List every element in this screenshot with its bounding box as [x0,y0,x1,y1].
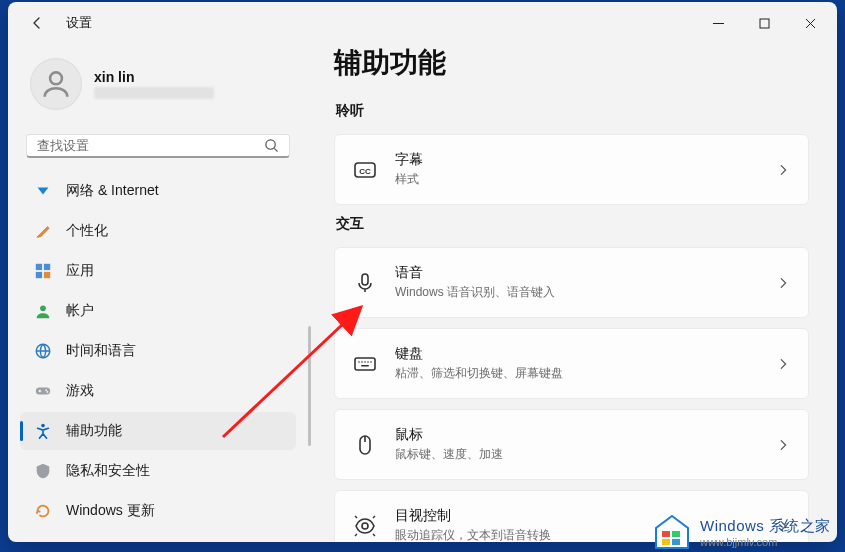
brush-icon [34,222,52,240]
card-title: 字幕 [395,151,758,169]
app-title: 设置 [66,14,92,32]
sidebar-item-time-language[interactable]: 时间和语言 [20,332,296,370]
sidebar-item-gaming[interactable]: 游戏 [20,372,296,410]
svg-rect-0 [760,19,769,28]
nav-list: 网络 & Internet 个性化 应用 帐户 时间和语言 [20,172,296,530]
svg-rect-5 [36,272,42,278]
svg-rect-6 [44,272,50,278]
sidebar-item-label: 时间和语言 [66,342,136,360]
sidebar-item-label: 网络 & Internet [66,182,159,200]
profile-email-blurred [94,87,214,99]
search-input[interactable]: 查找设置 [26,134,290,158]
sidebar-item-label: 个性化 [66,222,108,240]
profile-name: xin lin [94,69,214,85]
watermark-url: www.bjjmlv.com [700,536,777,548]
svg-rect-3 [36,264,42,270]
svg-rect-27 [672,531,680,537]
chevron-right-icon [776,438,790,452]
sidebar: xin lin 查找设置 网络 & Internet 个性化 [8,44,308,542]
svg-point-12 [41,424,45,428]
profile[interactable]: xin lin [20,44,296,128]
sidebar-item-accounts[interactable]: 帐户 [20,292,296,330]
accessibility-icon [34,422,52,440]
sidebar-item-windows-update[interactable]: Windows 更新 [20,492,296,530]
section-interaction: 交互 [336,215,809,233]
titlebar: 设置 [8,2,837,44]
sidebar-item-personalization[interactable]: 个性化 [20,212,296,250]
maximize-button[interactable] [741,7,787,39]
network-icon [34,182,52,200]
close-button[interactable] [787,7,833,39]
svg-point-18 [361,361,363,363]
sidebar-item-privacy[interactable]: 隐私和安全性 [20,452,296,490]
card-subtitle: Windows 语音识别、语音键入 [395,284,758,301]
svg-rect-9 [36,387,50,394]
minimize-button[interactable] [695,7,741,39]
sidebar-item-accessibility[interactable]: 辅助功能 [20,412,296,450]
svg-text:CC: CC [359,166,371,175]
keyboard-icon [353,352,377,376]
svg-point-19 [364,361,366,363]
svg-point-7 [40,305,46,311]
sidebar-item-label: 游戏 [66,382,94,400]
captions-icon: CC [353,158,377,182]
update-icon [34,502,52,520]
person-icon [39,67,73,101]
watermark-text: Windows 系统之家 [700,517,831,536]
search-icon [264,138,279,153]
sidebar-item-label: Windows 更新 [66,502,155,520]
svg-point-20 [367,361,369,363]
card-keyboard[interactable]: 键盘 粘滞、筛选和切换键、屏幕键盘 [334,328,809,399]
watermark-logo-icon [652,514,692,550]
card-title: 鼠标 [395,426,758,444]
sidebar-item-label: 帐户 [66,302,94,320]
microphone-icon [353,271,377,295]
card-title: 键盘 [395,345,758,363]
scroll-indicator[interactable] [308,326,311,446]
svg-rect-16 [355,358,375,370]
section-hearing: 聆听 [336,102,809,120]
page-title: 辅助功能 [334,44,809,82]
svg-rect-28 [662,539,670,545]
svg-point-1 [50,72,62,84]
profile-text: xin lin [94,69,214,99]
sidebar-item-label: 应用 [66,262,94,280]
chevron-right-icon [776,276,790,290]
window-controls [695,7,833,39]
search-placeholder: 查找设置 [37,137,264,155]
svg-rect-4 [44,264,50,270]
svg-point-10 [45,389,47,391]
apps-icon [34,262,52,280]
shield-icon [34,462,52,480]
svg-point-24 [362,523,368,529]
sidebar-item-network[interactable]: 网络 & Internet [20,172,296,210]
chevron-right-icon [776,357,790,371]
svg-point-21 [370,361,372,363]
card-title: 语音 [395,264,758,282]
card-mouse[interactable]: 鼠标 鼠标键、速度、加速 [334,409,809,480]
svg-point-11 [47,391,49,393]
sidebar-item-apps[interactable]: 应用 [20,252,296,290]
maximize-icon [759,18,770,29]
gamepad-icon [34,382,52,400]
card-subtitle: 粘滞、筛选和切换键、屏幕键盘 [395,365,758,382]
svg-point-2 [266,140,275,149]
svg-rect-29 [672,539,680,545]
minimize-icon [713,18,724,29]
globe-icon [34,342,52,360]
svg-rect-22 [361,365,369,367]
card-speech[interactable]: 语音 Windows 语音识别、语音键入 [334,247,809,318]
svg-point-17 [358,361,360,363]
main-content: 辅助功能 聆听 CC 字幕 样式 交互 语音 Windows 语音识别、语音键入 [308,44,837,542]
card-subtitle: 鼠标键、速度、加速 [395,446,758,463]
card-captions[interactable]: CC 字幕 样式 [334,134,809,205]
card-subtitle: 样式 [395,171,758,188]
account-icon [34,302,52,320]
back-button[interactable] [22,8,52,38]
sidebar-item-label: 辅助功能 [66,422,122,440]
arrow-left-icon [29,15,45,31]
avatar [30,58,82,110]
watermark: Windows 系统之家 www.bjjmlv.com [652,514,831,550]
svg-rect-15 [362,274,368,285]
sidebar-item-label: 隐私和安全性 [66,462,150,480]
